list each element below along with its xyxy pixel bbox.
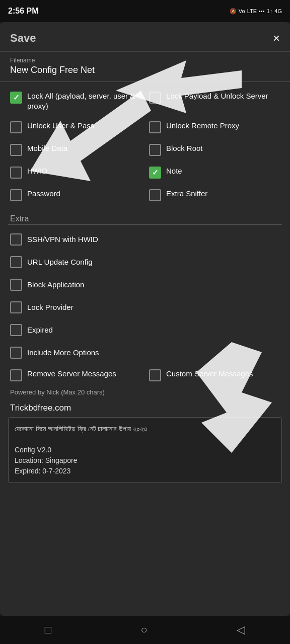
checkbox-ssh-vpn[interactable]: SSH/VPN with HWID [6, 228, 284, 251]
checkbox-unlock-user-box[interactable] [10, 121, 22, 133]
network-4g: 4G [274, 8, 282, 14]
checkbox-hwid[interactable]: HWID [6, 161, 145, 184]
extra-checkboxes: SSH/VPN with HWID URL Update Config Bloc… [0, 228, 290, 364]
checkbox-lock-payload-box[interactable] [149, 92, 161, 104]
nav-back-icon[interactable]: ◁ [237, 623, 245, 636]
checkbox-hwid-box[interactable] [10, 167, 22, 179]
checkbox-unlock-remote[interactable]: Unlock Remote Proxy [145, 116, 284, 138]
checkbox-more-options[interactable]: Include More Options [6, 341, 284, 364]
checkbox-extra-sniffer-label: Extra Sniffer [166, 189, 207, 199]
checkbox-block-root-label: Block Root [166, 143, 203, 153]
checkbox-note[interactable]: Note [145, 161, 284, 184]
checkbox-lock-payload-label: Lock Payload & Unlock Server [166, 91, 268, 101]
signal-bars: ▪▪▪ [259, 8, 265, 14]
notification-icon: 🔕 [230, 8, 237, 15]
checkbox-lock-payload[interactable]: Lock Payload & Unlock Server [145, 86, 284, 116]
checkbox-lock-all-box[interactable] [10, 92, 22, 104]
checkbox-lock-provider[interactable]: Lock Provider [6, 296, 284, 318]
checkbox-note-label: Note [166, 166, 182, 176]
checkbox-password-box[interactable] [10, 189, 22, 201]
checkbox-unlock-remote-label: Unlock Remote Proxy [166, 121, 239, 131]
powered-by-text: Powered by Nick (Max 20 chars) [0, 386, 290, 400]
nav-circle-icon[interactable]: ○ [141, 623, 148, 636]
dialog-header: Save × [0, 22, 290, 52]
checkbox-hwid-label: HWID [27, 166, 47, 176]
checkbox-ssh-vpn-box[interactable] [10, 233, 22, 246]
config-name-value: New Config Free Net [10, 65, 280, 79]
domain-text: Trickbdfree.com [0, 400, 290, 417]
checkbox-block-app-label: Block Application [27, 280, 84, 290]
close-button[interactable]: × [273, 31, 280, 45]
extra-section-label: Extra [0, 210, 290, 224]
checkbox-expired-label: Expired [27, 325, 53, 335]
checkbox-block-root[interactable]: Block Root [145, 138, 284, 161]
checkbox-block-app-box[interactable] [10, 279, 22, 291]
checkbox-remove-server-box[interactable] [10, 369, 22, 381]
checkbox-unlock-user[interactable]: Unlock User & Pass [6, 116, 145, 138]
checkbox-lock-all-label: Lock All (payload, server, user & proxy) [27, 91, 141, 111]
main-checkboxes-grid: Lock All (payload, server, user & proxy)… [0, 82, 290, 210]
checkbox-unlock-remote-box[interactable] [149, 121, 161, 133]
lte-icon: LTE [247, 8, 257, 14]
checkbox-note-box[interactable] [149, 167, 161, 179]
checkbox-custom-server-box[interactable] [149, 369, 161, 381]
checkbox-mobile-data[interactable]: Mobile Data [6, 138, 145, 161]
checkbox-lock-all[interactable]: Lock All (payload, server, user & proxy) [6, 86, 145, 116]
extra-divider [8, 224, 282, 225]
checkbox-password[interactable]: Password [6, 184, 145, 206]
checkbox-extra-sniffer-box[interactable] [149, 189, 161, 201]
checkbox-remove-server-label: Remove Server Messages [27, 369, 116, 379]
config-name-label: Filename [10, 57, 280, 64]
checkbox-more-options-box[interactable] [10, 347, 22, 359]
checkbox-expired-box[interactable] [10, 324, 22, 336]
checkbox-url-update-label: URL Update Config [27, 257, 93, 267]
dialog-title: Save [10, 32, 36, 45]
status-bar: 2:56 PM 🔕 Vo LTE ▪▪▪ 1↑ 4G [0, 0, 290, 22]
checkbox-custom-server[interactable]: Custom Server Messages [145, 364, 284, 386]
status-time: 2:56 PM [8, 7, 38, 16]
bottom-checkboxes-grid: Remove Server Messages Custom Server Mes… [0, 364, 290, 386]
checkbox-unlock-user-label: Unlock User & Pass [27, 121, 94, 131]
nav-square-icon[interactable]: □ [45, 623, 51, 636]
checkbox-mobile-data-label: Mobile Data [27, 143, 67, 153]
checkbox-lock-provider-label: Lock Provider [27, 302, 74, 312]
upload-icon: 1↑ [267, 8, 273, 14]
checkbox-url-update-box[interactable] [10, 256, 22, 268]
config-name-section: Filename New Config Free Net [0, 52, 290, 82]
checkbox-remove-server[interactable]: Remove Server Messages [6, 364, 145, 386]
signal-text: Vo [239, 8, 245, 14]
checkbox-lock-provider-box[interactable] [10, 301, 22, 313]
note-text: যেকোনো সিমে আনলিমিটেড ফ্রি নেট চালানোর উ… [15, 425, 147, 475]
checkbox-block-app[interactable]: Block Application [6, 273, 284, 296]
checkbox-mobile-data-box[interactable] [10, 144, 22, 156]
checkbox-url-update[interactable]: URL Update Config [6, 251, 284, 273]
checkbox-block-root-box[interactable] [149, 144, 161, 156]
checkbox-ssh-vpn-label: SSH/VPN with HWID [27, 234, 98, 245]
checkbox-more-options-label: Include More Options [27, 348, 99, 358]
checkbox-extra-sniffer[interactable]: Extra Sniffer [145, 184, 284, 206]
nav-bar: □ ○ ◁ [0, 616, 290, 644]
save-dialog: Save × Filename New Config Free Net Lock… [0, 22, 290, 616]
status-icons: 🔕 Vo LTE ▪▪▪ 1↑ 4G [230, 8, 282, 15]
checkbox-custom-server-label: Custom Server Messages [166, 369, 253, 379]
checkbox-expired[interactable]: Expired [6, 318, 284, 341]
note-content: যেকোনো সিমে আনলিমিটেড ফ্রি নেট চালানোর উ… [8, 417, 282, 483]
checkbox-password-label: Password [27, 189, 60, 199]
